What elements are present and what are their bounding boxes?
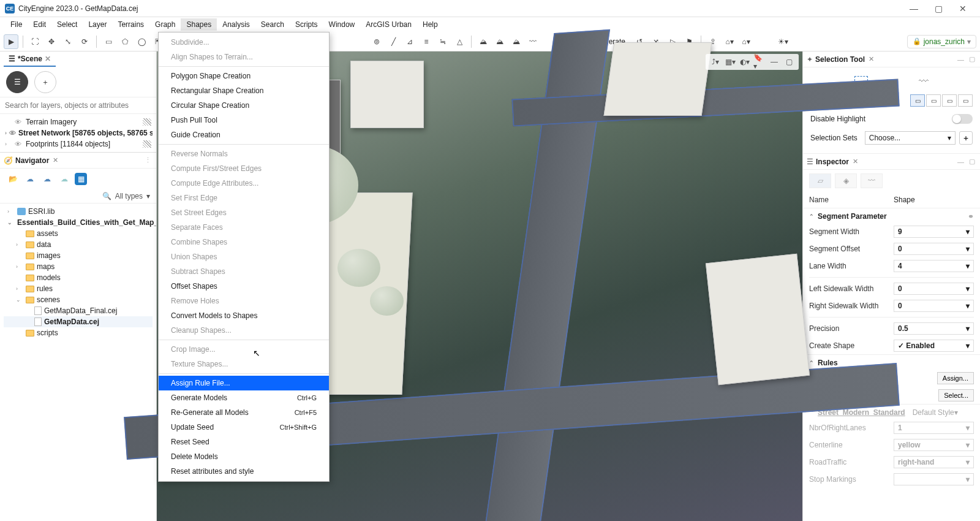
inspector-tab-shape[interactable]: ▱ <box>809 173 831 188</box>
inspector-tab-stack[interactable]: ◈ <box>835 173 857 188</box>
bookmark-icon[interactable]: 🔖▾ <box>753 56 766 68</box>
menu-search[interactable]: Search <box>255 18 290 31</box>
menu-item-convert-models-to-shapes[interactable]: Convert Models to Shapes <box>159 308 329 323</box>
menu-item-generate-models[interactable]: Generate ModelsCtrl+G <box>159 390 329 405</box>
scene-search-input[interactable] <box>0 97 156 114</box>
inspector-row-value[interactable]: 9▾ <box>894 226 974 238</box>
menu-item-reset-seed[interactable]: Reset Seed <box>159 435 329 449</box>
menu-shapes[interactable]: Shapes <box>181 18 217 31</box>
move-tool-icon[interactable]: ✥ <box>44 34 59 49</box>
street-edit-icon[interactable]: ⊿ <box>402 34 417 49</box>
menu-item-reset-attributes-and-style[interactable]: Reset attributes and style <box>159 464 329 479</box>
cloud-user-icon[interactable]: ☁ <box>40 172 54 186</box>
menu-item-polygon-shape-creation[interactable]: Polygon Shape Creation <box>159 69 329 83</box>
shade-icon[interactable]: ◐▾ <box>739 56 751 68</box>
segment-parameter-section[interactable]: ⌃ Segment Parameter ⚭ <box>803 208 980 223</box>
frame-tool-icon[interactable]: ⛶ <box>28 34 42 49</box>
rect-shape-icon[interactable]: ▭ <box>101 34 116 49</box>
street-node-icon[interactable]: ⊚ <box>369 34 384 49</box>
navigator-row[interactable]: ›rules <box>4 283 153 294</box>
scene-layer-row[interactable]: ›👁Street Network [58765 objects, 58765 s… <box>4 127 153 139</box>
maximize-viewport-icon[interactable]: ▢ <box>783 56 795 68</box>
mode-sub-button[interactable]: ▭ <box>942 94 957 107</box>
mode-int-button[interactable]: ▭ <box>958 94 973 107</box>
navigator-row[interactable]: ⌄Essentials_Build_Cities_with_Get_Map_Da… <box>4 217 153 228</box>
street-snap-icon[interactable]: ≒ <box>435 34 450 49</box>
menu-layer[interactable]: Layer <box>83 18 112 31</box>
inspector-row-value[interactable]: yellow▾ <box>894 439 974 451</box>
navigator-row[interactable]: GetMapData_Final.cej <box>4 305 153 316</box>
inspector-tab-cloud[interactable]: 〰 <box>861 173 883 188</box>
measure-icon[interactable]: △ <box>452 34 467 49</box>
menu-item-delete-models[interactable]: Delete Models <box>159 449 329 464</box>
navigator-row[interactable]: ›data <box>4 239 153 250</box>
wind-icon[interactable]: 〰 <box>526 34 540 49</box>
menu-item-guide-creation[interactable]: Guide Creation <box>159 127 329 142</box>
inspector-row-value[interactable]: 0▾ <box>894 283 974 295</box>
menu-terrains[interactable]: Terrains <box>112 18 149 31</box>
inspector-row-value[interactable]: 4▾ <box>894 260 974 272</box>
assign-rule-button[interactable]: Assign... <box>937 372 974 384</box>
navigator-row[interactable]: models <box>4 272 153 283</box>
selection-sets-dropdown[interactable]: Choose... ▾ <box>865 131 956 145</box>
menu-item-push-pull-tool[interactable]: Push Pull Tool <box>159 113 329 127</box>
menu-item-rectangular-shape-creation[interactable]: Rectangular Shape Creation <box>159 83 329 98</box>
select-rule-button[interactable]: Select... <box>938 389 974 401</box>
menu-file[interactable]: File <box>5 18 28 31</box>
mode-new-button[interactable]: ▭ <box>910 94 925 107</box>
street-align-icon[interactable]: ≡ <box>419 34 434 49</box>
navigator-row[interactable]: assets <box>4 228 153 239</box>
minimize-button[interactable]: — <box>902 4 926 13</box>
minimize-viewport-icon[interactable]: — <box>768 56 780 68</box>
lasso-select-icon[interactable]: 〰 <box>919 76 929 87</box>
disable-highlight-toggle[interactable] <box>952 114 973 124</box>
open-folder-icon[interactable]: 📂 <box>6 172 20 186</box>
menu-item-re-generate-all-models[interactable]: Re-Generate all ModelsCtrl+F5 <box>159 405 329 420</box>
layers-view-button[interactable]: ☰ <box>6 71 28 93</box>
menu-edit[interactable]: Edit <box>28 18 51 31</box>
camera1-icon[interactable]: ⌂▾ <box>722 34 737 49</box>
cloud-up-icon[interactable]: ☁ <box>23 172 37 186</box>
menu-scripts[interactable]: Scripts <box>290 18 323 31</box>
inspector-row-value[interactable]: 0▾ <box>894 243 974 255</box>
menu-graph[interactable]: Graph <box>149 18 181 31</box>
menu-window[interactable]: Window <box>323 18 361 31</box>
scene-layer-row[interactable]: ›👁Footprints [11844 objects] <box>4 139 153 150</box>
scale-tool-icon[interactable]: ⤡ <box>61 34 75 49</box>
menu-item-assign-rule-file-[interactable]: Assign Rule File... <box>159 376 329 390</box>
menu-select[interactable]: Select <box>51 18 83 31</box>
menu-item-circular-shape-creation[interactable]: Circular Shape Creation <box>159 98 329 113</box>
inspector-row-value[interactable]: ✓ Enabled▾ <box>894 340 974 352</box>
circle-shape-icon[interactable]: ◯ <box>134 34 149 49</box>
menu-arcgis-urban[interactable]: ArcGIS Urban <box>360 18 417 31</box>
panel-max-icon[interactable]: ▢ <box>968 55 976 63</box>
navigator-filter[interactable]: 🔍 All types ▾ <box>0 189 156 203</box>
camera2-icon[interactable]: ⌂▾ <box>739 34 753 49</box>
link-icon[interactable]: ⚭ <box>968 212 974 221</box>
menu-help[interactable]: Help <box>417 18 443 31</box>
navigator-row[interactable]: images <box>4 250 153 261</box>
close-window-button[interactable]: ✕ <box>951 4 975 13</box>
rotate-tool-icon[interactable]: ⟳ <box>77 34 92 49</box>
panel-max-icon[interactable]: ▢ <box>968 158 976 165</box>
navigator-row[interactable]: ⌄scenes <box>4 294 153 305</box>
street-style-value[interactable]: Default Style▾ <box>913 408 980 417</box>
terrain2-icon[interactable]: ⛰ <box>492 34 507 49</box>
add-layer-button[interactable]: ＋ <box>34 71 56 93</box>
poly-shape-icon[interactable]: ⬠ <box>118 34 132 49</box>
select-tool-icon[interactable]: ▶ <box>4 34 18 49</box>
add-selection-set-button[interactable]: ＋ <box>959 131 973 145</box>
menu-analysis[interactable]: Analysis <box>217 18 255 31</box>
navigator-row[interactable]: ›maps <box>4 261 153 272</box>
inspector-row-value[interactable]: ▾ <box>894 473 974 485</box>
maximize-button[interactable]: ▢ <box>926 4 951 13</box>
inspector-row-value[interactable]: 0.5▾ <box>894 322 974 335</box>
panel-menu-icon[interactable]: ⋮ <box>143 156 153 164</box>
sun-icon[interactable]: ☀▾ <box>775 34 790 49</box>
visibility-icon[interactable]: 👁 <box>15 140 23 148</box>
cloud-plain-icon[interactable]: ☁ <box>58 172 71 186</box>
db-icon[interactable]: ▦ <box>75 173 87 185</box>
user-chip[interactable]: 🔒 jonas_zurich ▾ <box>907 35 976 48</box>
menu-item-offset-shapes[interactable]: Offset Shapes <box>159 279 329 294</box>
visibility-icon[interactable]: 👁 <box>9 129 16 137</box>
